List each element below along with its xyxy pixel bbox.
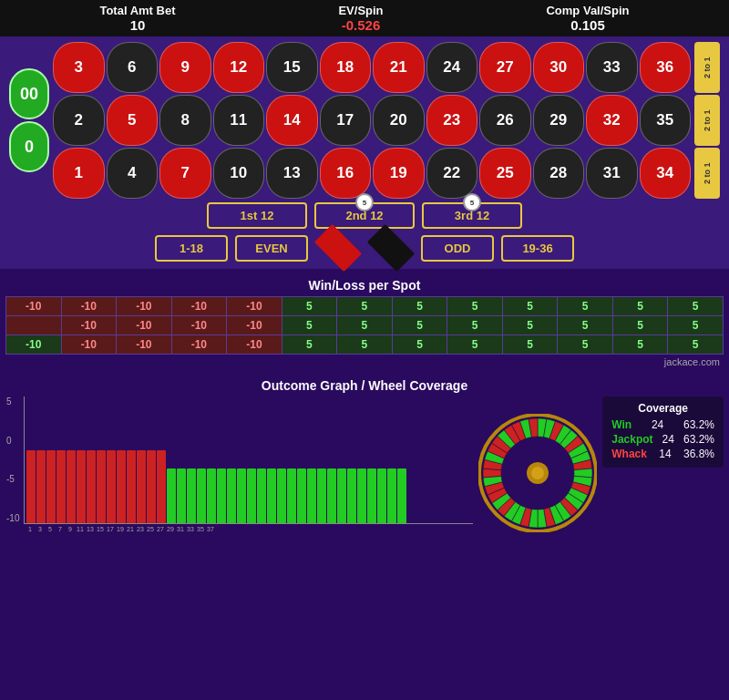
num-cell-14[interactable]: 14 <box>266 95 318 146</box>
num-cell-32[interactable]: 32 <box>586 95 638 146</box>
wl-cell-2-11: 5 <box>668 335 724 355</box>
wheel-hub-inner <box>531 467 544 479</box>
bar-11 <box>137 450 146 523</box>
comp-val-value: 0.105 <box>546 17 629 33</box>
bar-27 <box>297 468 306 523</box>
bar-24 <box>267 468 276 523</box>
wl-row-label-2: -10 <box>6 335 62 355</box>
black-diamond-wrap <box>368 232 414 263</box>
bar-18 <box>207 468 216 523</box>
x-label-23: 23 <box>136 526 145 532</box>
bar-33 <box>357 468 366 523</box>
num-cell-26[interactable]: 26 <box>479 95 531 146</box>
zero-cell[interactable]: 0 <box>9 121 49 172</box>
x-axis-labels: 135791113151719212325272931333537 <box>5 526 473 532</box>
red-diamond[interactable] <box>314 224 362 272</box>
low-bet[interactable]: 1-18 <box>155 235 228 262</box>
chip-on-third-12: 5 <box>463 193 481 211</box>
num-cell-21[interactable]: 21 <box>373 42 425 93</box>
num-cell-16[interactable]: 16 <box>320 148 372 199</box>
num-cell-30[interactable]: 30 <box>533 42 585 93</box>
num-cell-2[interactable]: 2 <box>53 95 105 146</box>
ev-spin-block: EV/Spin -0.526 <box>338 4 383 33</box>
col-payout-1[interactable]: 2 to 1 <box>694 42 720 93</box>
odd-bet[interactable]: ODD <box>421 235 494 262</box>
cov-jackpot-count: 24 <box>662 433 674 446</box>
black-diamond[interactable] <box>367 224 415 272</box>
y-label-0: 0 <box>6 436 19 446</box>
num-cell-9[interactable]: 9 <box>159 42 211 93</box>
x-label-15: 15 <box>96 526 105 532</box>
num-cell-20[interactable]: 20 <box>373 95 425 146</box>
x-label-3: 3 <box>36 526 45 532</box>
double-zero-cell[interactable]: 00 <box>9 68 49 119</box>
num-cell-28[interactable]: 28 <box>533 148 585 199</box>
wl-cell-2-10: 5 <box>612 335 668 355</box>
cov-whack-count: 14 <box>659 448 671 460</box>
coverage-table: Coverage Win 24 63.2% Jackpot 24 63.2% W… <box>602 396 724 468</box>
num-cell-19[interactable]: 19 <box>373 148 425 199</box>
cov-whack-label: Whack <box>611 448 647 460</box>
wl-cell-1-6: 5 <box>337 316 393 335</box>
num-cell-6[interactable]: 6 <box>107 42 159 93</box>
bar-13 <box>157 450 166 523</box>
high-bet[interactable]: 19-36 <box>501 235 574 262</box>
numbers-grid: 3691215182124273033362581114172023262932… <box>53 42 691 199</box>
wl-cell-0-0: -10 <box>6 297 62 316</box>
num-cell-3[interactable]: 3 <box>53 42 105 93</box>
col-payout-2[interactable]: 2 to 1 <box>694 95 720 146</box>
y-label-neg10: -10 <box>6 513 19 523</box>
num-cell-24[interactable]: 24 <box>426 42 478 93</box>
col-payout-3[interactable]: 2 to 1 <box>694 148 720 199</box>
wl-cell-1-9: 5 <box>502 316 558 335</box>
x-label-25: 25 <box>146 526 155 532</box>
even-bet[interactable]: EVEN <box>235 235 308 262</box>
bar-7 <box>97 450 106 523</box>
num-cell-12[interactable]: 12 <box>213 42 265 93</box>
num-cell-5[interactable]: 5 <box>107 95 159 146</box>
num-cell-36[interactable]: 36 <box>640 42 692 93</box>
wl-cell-1-7: 5 <box>392 316 447 335</box>
total-amt-bet-block: Total Amt Bet 10 <box>99 4 175 33</box>
cov-jackpot-label: Jackpot <box>611 433 652 446</box>
num-cell-15[interactable]: 15 <box>266 42 318 93</box>
num-cell-31[interactable]: 31 <box>586 148 638 199</box>
num-cell-18[interactable]: 18 <box>320 42 372 93</box>
num-cell-22[interactable]: 22 <box>426 148 478 199</box>
cov-jackpot-pct: 63.2% <box>683 433 714 446</box>
wl-cell-1-11: 5 <box>612 316 668 335</box>
wl-cell-2-1: -10 <box>117 335 172 355</box>
wl-cell-1-5: 5 <box>282 316 337 335</box>
num-cell-13[interactable]: 13 <box>266 148 318 199</box>
num-cell-25[interactable]: 25 <box>479 148 531 199</box>
x-label-9: 9 <box>66 526 75 532</box>
num-cell-8[interactable]: 8 <box>159 95 211 146</box>
wheel-container <box>478 414 597 532</box>
wl-cell-2-2: -10 <box>171 335 227 355</box>
num-cell-35[interactable]: 35 <box>640 95 692 146</box>
num-cell-29[interactable]: 29 <box>533 95 585 146</box>
num-cell-34[interactable]: 34 <box>640 148 692 199</box>
winloss-title: Win/Loss per Spot <box>5 278 724 293</box>
wl-cell-0-7: 5 <box>392 297 447 316</box>
num-cell-1[interactable]: 1 <box>53 148 105 199</box>
coverage-title: Coverage <box>611 402 714 415</box>
num-cell-17[interactable]: 17 <box>320 95 372 146</box>
num-cell-7[interactable]: 7 <box>159 148 211 199</box>
wl-cell-0-11: 5 <box>612 297 668 316</box>
num-cell-10[interactable]: 10 <box>213 148 265 199</box>
wl-cell-2-8: 5 <box>502 335 558 355</box>
num-cell-27[interactable]: 27 <box>479 42 531 93</box>
roulette-grid: 00 0 36912151821242730333625811141720232… <box>9 42 720 199</box>
roulette-wheel-svg <box>478 414 597 532</box>
cov-win-label: Win <box>611 418 631 431</box>
num-cell-11[interactable]: 11 <box>213 95 265 146</box>
num-cell-4[interactable]: 4 <box>107 148 159 199</box>
num-cell-23[interactable]: 23 <box>426 95 478 146</box>
bar-15 <box>177 468 186 523</box>
y-label-5: 5 <box>6 396 19 407</box>
first-12-bet[interactable]: 1st 12 <box>207 202 307 229</box>
y-label-neg5: -5 <box>6 474 19 484</box>
wl-cell-0-10: 5 <box>558 297 613 316</box>
num-cell-33[interactable]: 33 <box>586 42 638 93</box>
